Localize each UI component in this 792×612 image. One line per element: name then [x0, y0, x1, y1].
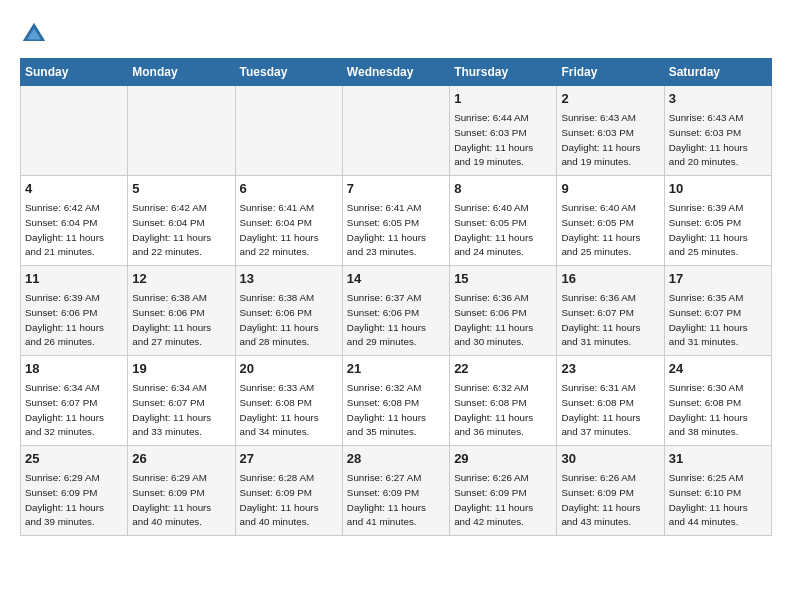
day-number: 29 — [454, 450, 552, 468]
header-cell-saturday: Saturday — [664, 59, 771, 86]
calendar-cell: 14Sunrise: 6:37 AM Sunset: 6:06 PM Dayli… — [342, 266, 449, 356]
calendar-cell: 10Sunrise: 6:39 AM Sunset: 6:05 PM Dayli… — [664, 176, 771, 266]
calendar-cell: 3Sunrise: 6:43 AM Sunset: 6:03 PM Daylig… — [664, 86, 771, 176]
day-info: Sunrise: 6:30 AM Sunset: 6:08 PM Dayligh… — [669, 382, 748, 437]
calendar-cell: 25Sunrise: 6:29 AM Sunset: 6:09 PM Dayli… — [21, 446, 128, 536]
header-cell-tuesday: Tuesday — [235, 59, 342, 86]
day-number: 9 — [561, 180, 659, 198]
calendar-cell: 8Sunrise: 6:40 AM Sunset: 6:05 PM Daylig… — [450, 176, 557, 266]
week-row-3: 11Sunrise: 6:39 AM Sunset: 6:06 PM Dayli… — [21, 266, 772, 356]
day-info: Sunrise: 6:31 AM Sunset: 6:08 PM Dayligh… — [561, 382, 640, 437]
day-info: Sunrise: 6:40 AM Sunset: 6:05 PM Dayligh… — [561, 202, 640, 257]
day-info: Sunrise: 6:26 AM Sunset: 6:09 PM Dayligh… — [561, 472, 640, 527]
calendar-cell — [235, 86, 342, 176]
week-row-4: 18Sunrise: 6:34 AM Sunset: 6:07 PM Dayli… — [21, 356, 772, 446]
day-number: 17 — [669, 270, 767, 288]
calendar-cell — [21, 86, 128, 176]
calendar-cell: 13Sunrise: 6:38 AM Sunset: 6:06 PM Dayli… — [235, 266, 342, 356]
calendar-cell: 18Sunrise: 6:34 AM Sunset: 6:07 PM Dayli… — [21, 356, 128, 446]
day-number: 6 — [240, 180, 338, 198]
calendar-cell: 30Sunrise: 6:26 AM Sunset: 6:09 PM Dayli… — [557, 446, 664, 536]
day-number: 2 — [561, 90, 659, 108]
day-info: Sunrise: 6:38 AM Sunset: 6:06 PM Dayligh… — [132, 292, 211, 347]
day-info: Sunrise: 6:26 AM Sunset: 6:09 PM Dayligh… — [454, 472, 533, 527]
week-row-5: 25Sunrise: 6:29 AM Sunset: 6:09 PM Dayli… — [21, 446, 772, 536]
day-number: 11 — [25, 270, 123, 288]
calendar-cell: 20Sunrise: 6:33 AM Sunset: 6:08 PM Dayli… — [235, 356, 342, 446]
calendar-cell: 17Sunrise: 6:35 AM Sunset: 6:07 PM Dayli… — [664, 266, 771, 356]
header-cell-wednesday: Wednesday — [342, 59, 449, 86]
day-number: 1 — [454, 90, 552, 108]
calendar-cell: 23Sunrise: 6:31 AM Sunset: 6:08 PM Dayli… — [557, 356, 664, 446]
calendar-cell: 16Sunrise: 6:36 AM Sunset: 6:07 PM Dayli… — [557, 266, 664, 356]
day-info: Sunrise: 6:40 AM Sunset: 6:05 PM Dayligh… — [454, 202, 533, 257]
logo — [20, 20, 52, 48]
day-info: Sunrise: 6:36 AM Sunset: 6:07 PM Dayligh… — [561, 292, 640, 347]
day-info: Sunrise: 6:34 AM Sunset: 6:07 PM Dayligh… — [132, 382, 211, 437]
calendar-cell: 31Sunrise: 6:25 AM Sunset: 6:10 PM Dayli… — [664, 446, 771, 536]
day-info: Sunrise: 6:33 AM Sunset: 6:08 PM Dayligh… — [240, 382, 319, 437]
day-number: 14 — [347, 270, 445, 288]
day-info: Sunrise: 6:25 AM Sunset: 6:10 PM Dayligh… — [669, 472, 748, 527]
header-cell-monday: Monday — [128, 59, 235, 86]
day-info: Sunrise: 6:38 AM Sunset: 6:06 PM Dayligh… — [240, 292, 319, 347]
week-row-1: 1Sunrise: 6:44 AM Sunset: 6:03 PM Daylig… — [21, 86, 772, 176]
calendar-cell: 27Sunrise: 6:28 AM Sunset: 6:09 PM Dayli… — [235, 446, 342, 536]
day-number: 4 — [25, 180, 123, 198]
day-number: 27 — [240, 450, 338, 468]
day-info: Sunrise: 6:43 AM Sunset: 6:03 PM Dayligh… — [561, 112, 640, 167]
calendar-cell: 2Sunrise: 6:43 AM Sunset: 6:03 PM Daylig… — [557, 86, 664, 176]
day-number: 19 — [132, 360, 230, 378]
day-info: Sunrise: 6:39 AM Sunset: 6:05 PM Dayligh… — [669, 202, 748, 257]
day-info: Sunrise: 6:37 AM Sunset: 6:06 PM Dayligh… — [347, 292, 426, 347]
calendar-cell: 7Sunrise: 6:41 AM Sunset: 6:05 PM Daylig… — [342, 176, 449, 266]
day-number: 31 — [669, 450, 767, 468]
header-row: SundayMondayTuesdayWednesdayThursdayFrid… — [21, 59, 772, 86]
calendar-cell: 4Sunrise: 6:42 AM Sunset: 6:04 PM Daylig… — [21, 176, 128, 266]
day-info: Sunrise: 6:41 AM Sunset: 6:05 PM Dayligh… — [347, 202, 426, 257]
day-info: Sunrise: 6:41 AM Sunset: 6:04 PM Dayligh… — [240, 202, 319, 257]
calendar-body: 1Sunrise: 6:44 AM Sunset: 6:03 PM Daylig… — [21, 86, 772, 536]
day-info: Sunrise: 6:43 AM Sunset: 6:03 PM Dayligh… — [669, 112, 748, 167]
day-info: Sunrise: 6:28 AM Sunset: 6:09 PM Dayligh… — [240, 472, 319, 527]
day-info: Sunrise: 6:32 AM Sunset: 6:08 PM Dayligh… — [347, 382, 426, 437]
calendar-table: SundayMondayTuesdayWednesdayThursdayFrid… — [20, 58, 772, 536]
day-number: 10 — [669, 180, 767, 198]
day-info: Sunrise: 6:27 AM Sunset: 6:09 PM Dayligh… — [347, 472, 426, 527]
calendar-cell: 22Sunrise: 6:32 AM Sunset: 6:08 PM Dayli… — [450, 356, 557, 446]
day-number: 24 — [669, 360, 767, 378]
day-number: 13 — [240, 270, 338, 288]
day-number: 20 — [240, 360, 338, 378]
day-number: 7 — [347, 180, 445, 198]
calendar-cell: 12Sunrise: 6:38 AM Sunset: 6:06 PM Dayli… — [128, 266, 235, 356]
day-number: 8 — [454, 180, 552, 198]
calendar-cell: 1Sunrise: 6:44 AM Sunset: 6:03 PM Daylig… — [450, 86, 557, 176]
day-info: Sunrise: 6:36 AM Sunset: 6:06 PM Dayligh… — [454, 292, 533, 347]
day-info: Sunrise: 6:29 AM Sunset: 6:09 PM Dayligh… — [132, 472, 211, 527]
header-cell-thursday: Thursday — [450, 59, 557, 86]
day-number: 15 — [454, 270, 552, 288]
header — [20, 20, 772, 48]
day-number: 21 — [347, 360, 445, 378]
day-number: 23 — [561, 360, 659, 378]
calendar-cell: 9Sunrise: 6:40 AM Sunset: 6:05 PM Daylig… — [557, 176, 664, 266]
calendar-cell: 6Sunrise: 6:41 AM Sunset: 6:04 PM Daylig… — [235, 176, 342, 266]
day-info: Sunrise: 6:29 AM Sunset: 6:09 PM Dayligh… — [25, 472, 104, 527]
calendar-cell: 5Sunrise: 6:42 AM Sunset: 6:04 PM Daylig… — [128, 176, 235, 266]
calendar-cell: 29Sunrise: 6:26 AM Sunset: 6:09 PM Dayli… — [450, 446, 557, 536]
day-number: 25 — [25, 450, 123, 468]
day-number: 30 — [561, 450, 659, 468]
calendar-cell: 28Sunrise: 6:27 AM Sunset: 6:09 PM Dayli… — [342, 446, 449, 536]
day-number: 28 — [347, 450, 445, 468]
calendar-cell: 19Sunrise: 6:34 AM Sunset: 6:07 PM Dayli… — [128, 356, 235, 446]
day-number: 22 — [454, 360, 552, 378]
day-number: 18 — [25, 360, 123, 378]
day-info: Sunrise: 6:34 AM Sunset: 6:07 PM Dayligh… — [25, 382, 104, 437]
header-cell-friday: Friday — [557, 59, 664, 86]
day-number: 26 — [132, 450, 230, 468]
calendar-cell: 11Sunrise: 6:39 AM Sunset: 6:06 PM Dayli… — [21, 266, 128, 356]
day-info: Sunrise: 6:39 AM Sunset: 6:06 PM Dayligh… — [25, 292, 104, 347]
calendar-cell — [128, 86, 235, 176]
general-blue-icon — [20, 20, 48, 48]
calendar-cell: 15Sunrise: 6:36 AM Sunset: 6:06 PM Dayli… — [450, 266, 557, 356]
